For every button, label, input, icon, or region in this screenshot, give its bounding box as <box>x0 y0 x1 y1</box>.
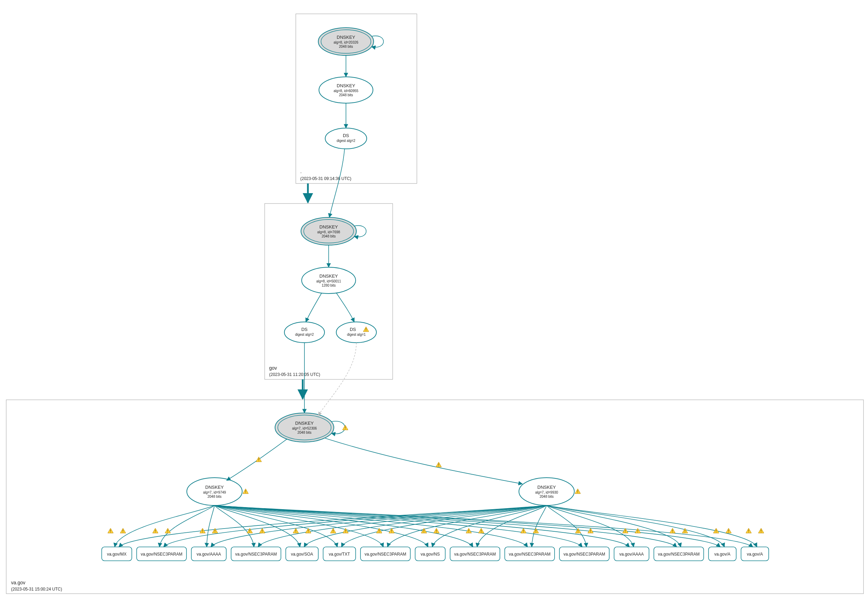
warning-icon: ! <box>243 489 248 493</box>
svg-text:2048 bits: 2048 bits <box>322 234 336 238</box>
rrset-leaf-label: va.gov/NSEC3PARAM <box>509 552 551 557</box>
rrset-leaf-label: va.gov/NSEC3PARAM <box>454 552 496 557</box>
svg-text:!: ! <box>436 529 437 533</box>
warning-icon: ! <box>120 528 126 533</box>
svg-text:digest alg=2: digest alg=2 <box>337 139 356 142</box>
zone-gov-label: gov <box>269 365 277 371</box>
rrset-leaf-label: va.gov/A <box>747 552 763 557</box>
warning-icon: ! <box>635 528 641 533</box>
zone-vagov-time: (2023-05-31 15:00:24 UTC) <box>11 587 62 592</box>
svg-point-24 <box>336 322 376 343</box>
svg-text:!: ! <box>262 529 262 533</box>
warning-icon: ! <box>759 528 764 533</box>
svg-text:alg=7, id=9749: alg=7, id=9749 <box>203 490 226 494</box>
node-vagov-ksk: DNSKEY alg=7, id=52306 2048 bits <box>275 413 334 442</box>
rrset-leaf-label: va.gov/SOA <box>291 552 313 557</box>
warning-icon: ! <box>108 528 114 533</box>
rrset-leaf-label: va.gov/TXT <box>328 552 350 557</box>
zone-root-label: . <box>300 169 302 174</box>
rrset-leaf-label: va.gov/NSEC3PARAM <box>141 552 183 557</box>
svg-text:!: ! <box>122 529 123 533</box>
zone-root-time: (2023-05-31 09:14:36 UTC) <box>300 176 351 181</box>
svg-text:!: ! <box>535 529 536 533</box>
svg-text:2048 bits: 2048 bits <box>208 495 222 498</box>
svg-text:!: ! <box>684 529 685 533</box>
svg-text:!: ! <box>155 529 156 533</box>
warning-icon: ! <box>521 528 526 533</box>
node-gov-ksk: DNSKEY alg=8, id=7698 2048 bits <box>301 217 356 245</box>
svg-text:DNSKEY: DNSKEY <box>205 485 224 490</box>
rrset-leaf-label: va.gov/NSEC3PARAM <box>658 552 700 557</box>
rrset-leaf-label: va.gov/AAAA <box>619 552 644 557</box>
svg-text:!: ! <box>308 529 308 533</box>
svg-text:!: ! <box>167 529 168 533</box>
edge-root-ds-to-gov-ksk <box>329 149 345 217</box>
svg-text:DS: DS <box>301 327 308 332</box>
warning-icon: ! <box>575 528 581 533</box>
svg-text:!: ! <box>637 529 638 533</box>
warning-icon: ! <box>478 528 484 533</box>
svg-text:!: ! <box>345 529 346 533</box>
warning-icon: ! <box>293 528 299 533</box>
edge-va-ksk-to-zsk-b <box>325 438 523 484</box>
node-gov-ds1: DS digest alg=1 ! <box>336 322 376 343</box>
svg-text:!: ! <box>391 529 392 533</box>
warning-icon: ! <box>259 528 265 533</box>
node-gov-ds2: DS digest alg=2 <box>284 322 324 343</box>
warning-icon: ! <box>305 528 311 533</box>
svg-text:alg=8, id=20326: alg=8, id=20326 <box>333 40 358 44</box>
svg-text:alg=7, id=52306: alg=7, id=52306 <box>292 427 317 430</box>
svg-text:1280 bits: 1280 bits <box>322 283 336 287</box>
warning-icon: ! <box>213 528 218 533</box>
node-root-ksk: DNSKEY alg=8, id=20326 2048 bits <box>318 28 374 56</box>
svg-text:alg=8, id=7698: alg=8, id=7698 <box>317 230 341 234</box>
svg-text:!: ! <box>748 529 749 533</box>
svg-text:!: ! <box>110 529 111 533</box>
warning-icon: ! <box>330 528 336 533</box>
node-root-zsk: DNSKEY alg=8, id=60955 2048 bits <box>319 77 373 103</box>
warning-icon: ! <box>165 528 171 533</box>
edge-va-ksk-to-zsk-a <box>227 439 287 481</box>
svg-text:!: ! <box>577 490 578 493</box>
svg-text:!: ! <box>258 458 259 462</box>
svg-text:DNSKEY: DNSKEY <box>319 274 338 279</box>
edge-gov-zsk-to-ds1 <box>336 293 354 322</box>
warning-icon: ! <box>726 528 731 533</box>
svg-text:2048 bits: 2048 bits <box>339 93 353 97</box>
svg-text:!: ! <box>481 529 481 533</box>
node-vagov-zsk-a: DNSKEY alg=7, id=9749 2048 bits <box>187 478 242 506</box>
zone-vagov-label: va.gov <box>11 580 25 585</box>
svg-text:!: ! <box>590 529 591 533</box>
warning-icon: ! <box>670 528 675 533</box>
svg-text:!: ! <box>468 529 469 533</box>
dnssec-diagram: . (2023-05-31 09:14:36 UTC) DNSKEY alg=8… <box>0 0 868 603</box>
svg-point-9 <box>325 128 367 149</box>
node-gov-zsk: DNSKEY alg=8, id=50011 1280 bits <box>302 267 356 294</box>
svg-text:!: ! <box>378 529 379 533</box>
svg-text:2048 bits: 2048 bits <box>298 431 312 434</box>
edge-zsk-a-to-leaf <box>207 506 215 547</box>
warning-icon: ! <box>342 425 348 430</box>
rrset-leaf-label: va.gov/NS <box>421 552 440 557</box>
rrset-leaf-label: va.gov/NSEC3PARAM <box>564 552 606 557</box>
svg-text:DNSKEY: DNSKEY <box>295 421 314 426</box>
edge-gov-ds1-to-va-ksk <box>318 343 356 415</box>
svg-text:!: ! <box>245 490 246 493</box>
rrset-leaf-label: va.gov/NSEC3PARAM <box>235 552 277 557</box>
edge-zsk-b-to-leaf <box>547 506 757 547</box>
zone-vagov-box <box>6 400 863 594</box>
svg-text:alg=8, id=50011: alg=8, id=50011 <box>316 279 341 283</box>
svg-text:DS: DS <box>343 133 349 138</box>
rrset-leaf-label: va.gov/A <box>714 552 731 557</box>
svg-text:DNSKEY: DNSKEY <box>319 224 338 229</box>
svg-text:DNSKEY: DNSKEY <box>337 83 355 88</box>
zone-gov-time: (2023-05-31 11:20:05 UTC) <box>269 372 320 377</box>
warning-icon: ! <box>434 528 439 533</box>
edge-zsk-b-to-leaf <box>304 506 547 547</box>
svg-text:2048 bits: 2048 bits <box>540 495 554 498</box>
edge-zsk-a-to-leaf <box>115 506 215 547</box>
svg-point-21 <box>284 322 324 343</box>
svg-text:!: ! <box>333 529 333 533</box>
node-vagov-zsk-b: DNSKEY alg=7, id=9930 2048 bits <box>519 478 574 506</box>
rrset-leaf-label: va.gov/NSEC3PARAM <box>365 552 407 557</box>
